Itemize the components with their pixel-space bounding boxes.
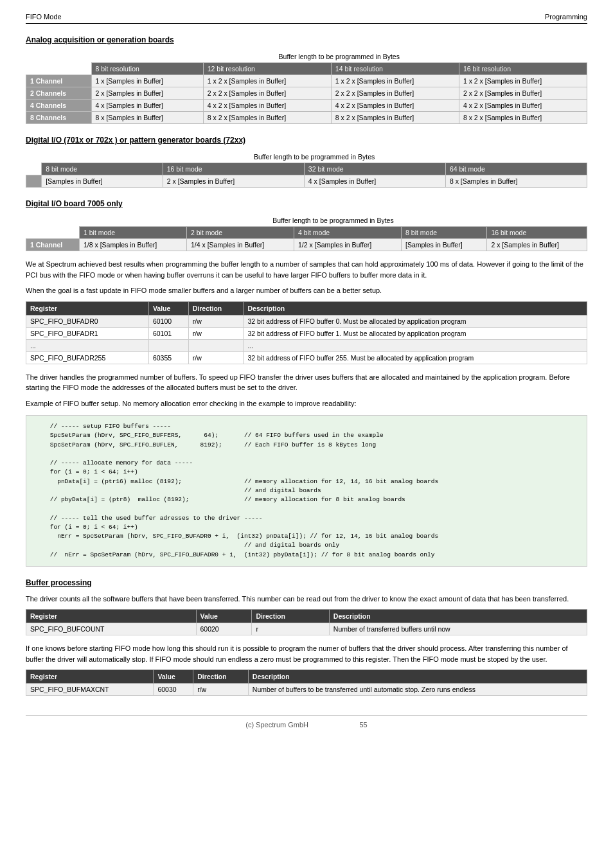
digital-7005-section: Digital I/O board 7005 only Buffer lengt… [26, 199, 587, 251]
buffer-processing-para1: The driver counts all the software buffe… [26, 594, 587, 605]
digital-701x-col-64bit: 64 bit mode [445, 163, 587, 175]
table-row: [Samples in Buffer] 2 x [Samples in Buff… [26, 175, 587, 188]
digital-7005-col-4bit: 4 bit mode [294, 227, 402, 239]
analog-header-caption: Buffer length to be programmed in Bytes [91, 51, 587, 63]
footer-copyright: (c) Spectrum GmbH [245, 721, 308, 729]
reg3-col-description: Description [248, 670, 587, 684]
digital-7005-col-16bit: 16 bit mode [487, 227, 587, 239]
digital-7005-col-8bit: 8 bit mode [402, 227, 487, 239]
table-row: SPC_FIFO_BUFCOUNT 60020 r Number of tran… [26, 623, 587, 635]
reg-col-header-description: Description [244, 301, 587, 315]
code-block-1: // ----- setup FIFO buffers ----- SpcSet… [26, 415, 587, 567]
table-row: 1 Channel 1/8 x [Samples in Buffer] 1/4 … [26, 239, 587, 251]
table-row: 8 Channels 8 x [Samples in Buffer] 8 x 2… [26, 112, 587, 124]
digital-701x-header-caption: Buffer length to be programmed in Bytes [42, 151, 587, 163]
analog-table: Buffer length to be programmed in Bytes … [26, 51, 587, 124]
header-left: FIFO Mode [26, 13, 62, 21]
analog-col-16bit: 16 bit resolution [459, 63, 587, 75]
table-row: 1 Channel 1 x [Samples in Buffer] 1 x 2 … [26, 75, 587, 87]
para3: The driver handles the programmed number… [26, 372, 587, 393]
header-right: Programming [545, 13, 587, 21]
footer-page: 55 [360, 721, 368, 729]
reg-col-header-value: Value [148, 301, 188, 315]
digital-7005-col-1bit: 1 bit mode [79, 227, 186, 239]
reg-col-header-register: Register [26, 301, 149, 315]
register-table-1: Register Value Direction Description SPC… [26, 301, 587, 364]
table-row: 2 Channels 2 x [Samples in Buffer] 2 x 2… [26, 87, 587, 100]
digital-7005-header-caption: Buffer length to be programmed in Bytes [79, 215, 587, 227]
analog-section-title: Analog acquisition or generation boards [26, 35, 587, 44]
reg-col-header-direction: Direction [188, 301, 244, 315]
page-header: FIFO Mode Programming [26, 13, 587, 24]
reg2-col-register: Register [26, 610, 197, 623]
digital-7005-table: Buffer length to be programmed in Bytes … [26, 215, 587, 251]
reg2-col-description: Description [329, 610, 587, 623]
register-table-2: Register Value Direction Description SPC… [26, 609, 587, 635]
para2: When the goal is a fast update in FIFO m… [26, 285, 587, 296]
digital-701x-title: Digital I/O (701x or 702x ) or pattern g… [26, 136, 587, 145]
table-row: ... ... [26, 339, 587, 351]
digital-7005-col-2bit: 2 bit mode [187, 227, 294, 239]
reg2-col-direction: Direction [252, 610, 329, 623]
reg2-col-value: Value [196, 610, 252, 623]
page-footer: (c) Spectrum GmbH 55 [26, 715, 587, 729]
table-row: SPC_FIFO_BUFADR1 60101 r/w 32 bit addres… [26, 327, 587, 339]
reg3-col-value: Value [154, 670, 193, 684]
digital-701x-col-32bit: 32 bit mode [304, 163, 445, 175]
reg3-col-register: Register [26, 670, 154, 684]
buffer-processing-para2: If one knows before starting FIFO mode h… [26, 643, 587, 664]
buffer-processing-title: Buffer processing [26, 578, 587, 587]
analog-col-12bit: 12 bit resolution [203, 63, 331, 75]
digital-701x-table: Buffer length to be programmed in Bytes … [26, 151, 587, 188]
register-table-3: Register Value Direction Description SPC… [26, 669, 587, 696]
para1: We at Spectrum achieved best results whe… [26, 259, 587, 280]
table-row: 4 Channels 4 x [Samples in Buffer] 4 x 2… [26, 100, 587, 112]
table-row: SPC_FIFO_BUFADR255 60355 r/w 32 bit addr… [26, 351, 587, 364]
digital-701x-section: Digital I/O (701x or 702x ) or pattern g… [26, 136, 587, 188]
table-row: SPC_FIFO_BUFMAXCNT 60030 r/w Number of b… [26, 684, 587, 696]
analog-section: Analog acquisition or generation boards … [26, 35, 587, 124]
buffer-processing-section: Buffer processing The driver counts all … [26, 578, 587, 696]
analog-col-14bit: 14 bit resolution [331, 63, 459, 75]
analog-col-8bit: 8 bit resolution [91, 63, 203, 75]
digital-7005-title: Digital I/O board 7005 only [26, 199, 587, 208]
table-row: SPC_FIFO_BUFADR0 60100 r/w 32 bit addres… [26, 315, 587, 327]
digital-701x-col-8bit: 8 bit mode [42, 163, 163, 175]
para4: Example of FIFO buffer setup. No memory … [26, 398, 587, 409]
digital-701x-col-16bit: 16 bit mode [163, 163, 304, 175]
reg3-col-direction: Direction [193, 670, 249, 684]
